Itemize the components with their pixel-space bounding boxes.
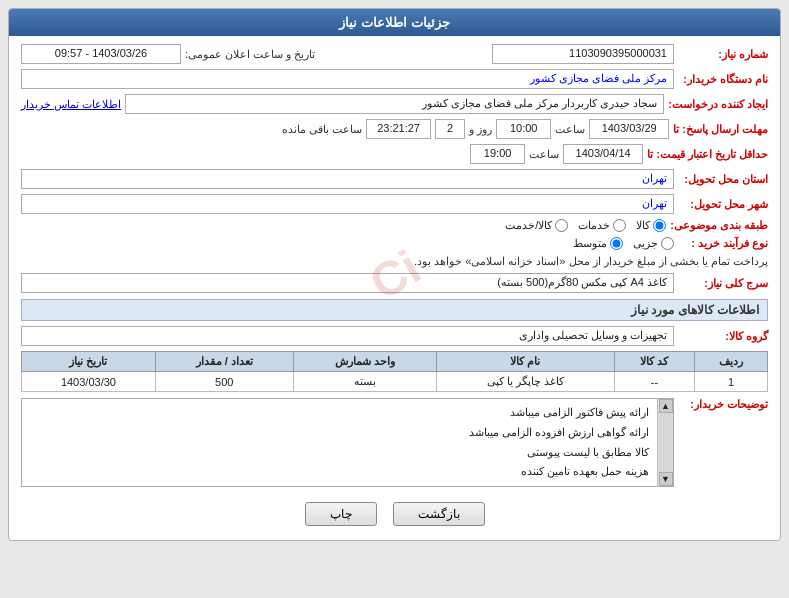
- hadaqal-group: 1403/04/14 ساعت 19:00: [21, 144, 643, 164]
- nooe-farand-label: نوع فرآیند خرید :: [678, 237, 768, 250]
- col-radif: ردیف: [695, 352, 768, 372]
- scroll-track: [659, 413, 673, 472]
- gorohe-value: تجهیزات و وسایل تحصیلی واداری: [21, 326, 674, 346]
- col-kod: کد کالا: [614, 352, 695, 372]
- ijad-label: ایجاد کننده درخواست:: [668, 98, 768, 111]
- row-tabaqe: طبقه بندی موضوعی: کالا خدمات کالا/خدمت: [21, 219, 768, 232]
- tarikh-label: تاریخ و ساعت اعلان عمومی:: [185, 48, 315, 61]
- table-header: ردیف کد کالا نام کالا واحد شمارش تعداد /…: [22, 352, 768, 372]
- card-body: شماره نیاز: 1103090395000031 تاریخ و ساع…: [9, 36, 780, 540]
- row-nooe-farand: نوع فرآیند خرید : جزیی متوسط: [21, 237, 768, 250]
- footer-buttons: بازگشت چاپ: [21, 492, 768, 532]
- header-title: جزئیات اطلاعات نیاز: [339, 15, 449, 30]
- radio-kala-khadamat[interactable]: کالا/خدمت: [505, 219, 568, 232]
- saat-label2: ساعت: [529, 148, 559, 161]
- col-naam: نام کالا: [437, 352, 614, 372]
- table-body: 1--کاغذ چاپگر یا کپیبسته5001403/03/30: [22, 372, 768, 392]
- tazih-wrapper: ▲ ▼ ارائه پیش فاکتور الزامی میباشدارائه …: [21, 398, 674, 487]
- mohlat-group: 1403/03/29 ساعت 10:00 روز و 2 23:21:27 س…: [21, 119, 669, 139]
- etelaat-tamas-link[interactable]: اطلاعات تماس خریدار: [21, 98, 121, 111]
- saat-label: ساعت: [555, 123, 585, 136]
- radio-khadamat-label: خدمات: [578, 219, 610, 232]
- nooe-radio-group: جزیی متوسط: [21, 237, 674, 250]
- baqi-value: 23:21:27: [366, 119, 431, 139]
- col-tarikh: تاریخ نیاز: [22, 352, 156, 372]
- nam-dastgah-label: نام دستگاه خریدار:: [678, 73, 768, 86]
- radio-kala[interactable]: کالا: [636, 219, 666, 232]
- tazih-line: هزینه حمل بعهده تامین کننده: [30, 462, 649, 482]
- ijad-value: سجاد حیدری کاربردار مرکز ملی فضای مجازی …: [125, 94, 664, 114]
- scroll-bar: ▲ ▼: [657, 399, 673, 486]
- tarikh-value: 1403/03/26 - 09:57: [21, 44, 181, 64]
- radio-kala-khadamat-label: کالا/خدمت: [505, 219, 552, 232]
- shahr-value: تهران: [21, 194, 674, 214]
- main-card: Ci جزئیات اطلاعات نیاز شماره نیاز: 11030…: [8, 8, 781, 541]
- gorohe-label: گروه کالا:: [678, 330, 768, 343]
- radio-jozi[interactable]: جزیی: [633, 237, 674, 250]
- nam-dastgah-value: مرکز ملی فضای مجازی کشور: [21, 69, 674, 89]
- baqi-label: ساعت باقی مانده: [282, 123, 362, 136]
- table-row: 1--کاغذ چاپگر یا کپیبسته5001403/03/30: [22, 372, 768, 392]
- radio-khadamat[interactable]: خدمات: [578, 219, 626, 232]
- row-ostan: استان محل تحویل: تهران: [21, 169, 768, 189]
- radio-khadamat-input[interactable]: [613, 219, 626, 232]
- rooz-label: روز و: [469, 123, 492, 136]
- page-title: جزئیات اطلاعات نیاز: [9, 9, 780, 36]
- sarij-label: سرج کلی نیاز:: [678, 277, 768, 290]
- tazih-content: ارائه پیش فاکتور الزامی میباشدارائه گواه…: [22, 399, 657, 486]
- shomara-label: شماره نیاز:: [678, 48, 768, 61]
- table-cell-tedad: 500: [155, 372, 293, 392]
- scroll-up-btn[interactable]: ▲: [659, 399, 673, 413]
- radio-motovaset-label: متوسط: [573, 237, 607, 250]
- row-hadaqal: حداقل تاریخ اعتبار قیمت: تا 1403/04/14 س…: [21, 144, 768, 164]
- goods-table: ردیف کد کالا نام کالا واحد شمارش تعداد /…: [21, 351, 768, 392]
- sarij-value: کاغذ A4 کپی مکس 80گرم(500 بسته): [21, 273, 674, 293]
- radio-kala-label: کالا: [636, 219, 650, 232]
- saat-mohlat: 10:00: [496, 119, 551, 139]
- radio-jozi-label: جزیی: [633, 237, 658, 250]
- tazih-line: کالا مطابق با لیست پیوستی: [30, 443, 649, 463]
- shahr-label: شهر محل تحویل:: [678, 198, 768, 211]
- tabaqe-radio-group: کالا خدمات کالا/خدمت: [21, 219, 666, 232]
- process-text: پرداخت تمام یا بخشی از مبلغ خریدار از مح…: [414, 255, 768, 268]
- row-sarij: سرج کلی نیاز: کاغذ A4 کپی مکس 80گرم(500 …: [21, 273, 768, 293]
- ostan-label: استان محل تحویل:: [678, 173, 768, 186]
- tabaqe-label: طبقه بندی موضوعی:: [670, 219, 768, 232]
- chap-button[interactable]: چاپ: [305, 502, 377, 526]
- col-tedad: تعداد / مقدار: [155, 352, 293, 372]
- row-mohlat: مهلت ارسال پاسخ: تا 1403/03/29 ساعت 10:0…: [21, 119, 768, 139]
- ostan-value: تهران: [21, 169, 674, 189]
- mohlat-label: مهلت ارسال پاسخ: تا: [673, 123, 768, 136]
- table-cell-vahed: بسته: [293, 372, 437, 392]
- table-cell-radif: 1: [695, 372, 768, 392]
- radio-jozi-input[interactable]: [661, 237, 674, 250]
- row-gorohe: گروه کالا: تجهیزات و وسایل تحصیلی واداری: [21, 326, 768, 346]
- scroll-down-btn[interactable]: ▼: [659, 472, 673, 486]
- row-nam-dastgah: نام دستگاه خریدار: مرکز ملی فضای مجازی ک…: [21, 69, 768, 89]
- tarikh-hadaqal: 1403/04/14: [563, 144, 643, 164]
- tarikh-mohlat: 1403/03/29: [589, 119, 669, 139]
- row-tazih: توضیحات خریدار: ▲ ▼ ارائه پیش فاکتور الز…: [21, 398, 768, 487]
- tazih-line: ارائه گواهی ارزش افزوده الزامی میباشد: [30, 423, 649, 443]
- shomara-value: 1103090395000031: [492, 44, 674, 64]
- process-row: پرداخت تمام یا بخشی از مبلغ خریدار از مح…: [21, 255, 768, 268]
- hadaqal-label: حداقل تاریخ اعتبار قیمت: تا: [647, 148, 768, 161]
- saat-hadaqal: 19:00: [470, 144, 525, 164]
- etelaat-section: اطلاعات کالاهای مورد نیاز: [21, 299, 768, 321]
- table-cell-naam: کاغذ چاپگر یا کپی: [437, 372, 614, 392]
- tazih-line: ارائه پیش فاکتور الزامی میباشد: [30, 403, 649, 423]
- row-shahr: شهر محل تحویل: تهران: [21, 194, 768, 214]
- tazih-label: توضیحات خریدار:: [678, 398, 768, 411]
- bazgasht-button[interactable]: بازگشت: [393, 502, 485, 526]
- table-cell-kod: --: [614, 372, 695, 392]
- col-vahed: واحد شمارش: [293, 352, 437, 372]
- table-cell-tarikh: 1403/03/30: [22, 372, 156, 392]
- row-ijad: ایجاد کننده درخواست: سجاد حیدری کاربردار…: [21, 94, 768, 114]
- radio-kala-khadamat-input[interactable]: [555, 219, 568, 232]
- rooz-value: 2: [435, 119, 465, 139]
- radio-motovaset[interactable]: متوسط: [573, 237, 623, 250]
- radio-kala-input[interactable]: [653, 219, 666, 232]
- radio-motovaset-input[interactable]: [610, 237, 623, 250]
- row-shomara: شماره نیاز: 1103090395000031 تاریخ و ساع…: [21, 44, 768, 64]
